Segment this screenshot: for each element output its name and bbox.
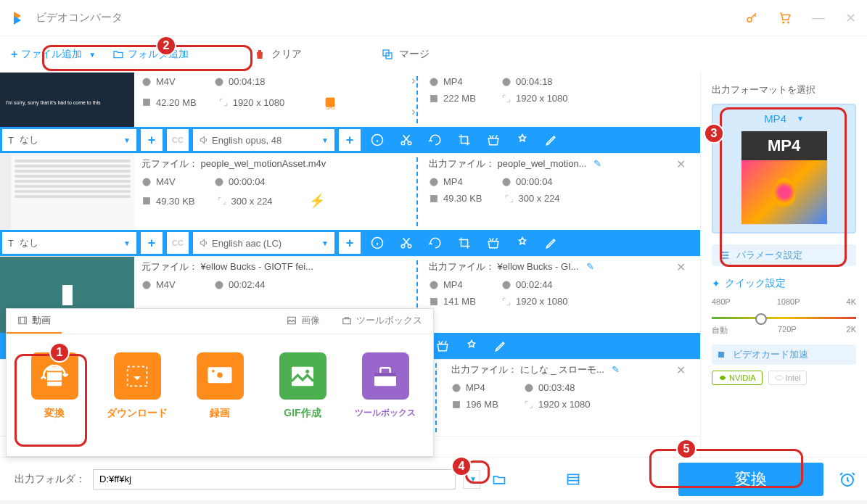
annotation-1: 1 xyxy=(49,342,70,363)
output-format-selector[interactable]: MP4▼ MP4 xyxy=(712,104,856,234)
quality-slider[interactable] xyxy=(712,317,856,319)
watermark-icon[interactable] xyxy=(457,339,486,352)
audio-select[interactable]: English aac (LC)▼ xyxy=(193,232,334,254)
output-folder-input[interactable] xyxy=(93,469,456,489)
tab-toolbox[interactable]: ツールボックス xyxy=(331,309,433,334)
svg-point-25 xyxy=(143,281,151,289)
minimize-icon[interactable]: — xyxy=(812,10,825,25)
quality-labels: 自動 720P 2K xyxy=(712,325,856,336)
remove-file-button[interactable]: ✕ xyxy=(676,260,686,274)
edit-name-button[interactable]: ✎ xyxy=(612,364,620,375)
svg-point-27 xyxy=(430,281,438,289)
resolution-icon xyxy=(218,97,229,107)
tool-download[interactable]: ダウンロード xyxy=(100,345,174,427)
tool-gif[interactable]: GIF作成 xyxy=(266,345,340,427)
list-view-button[interactable] xyxy=(562,468,585,491)
svg-point-0 xyxy=(747,17,752,22)
alarm-icon[interactable] xyxy=(839,471,856,488)
app-title: ビデオコンバータ xyxy=(36,11,123,25)
crop-icon[interactable] xyxy=(450,133,479,146)
effects-icon[interactable] xyxy=(479,133,508,146)
chevron-down-icon: ▼ xyxy=(797,115,804,123)
add-subtitle-button[interactable]: + xyxy=(141,232,163,254)
watermark-icon[interactable] xyxy=(508,236,537,249)
add-audio-button[interactable]: + xyxy=(339,129,361,151)
merge-button[interactable]: マージ xyxy=(399,48,430,61)
remove-file-button[interactable]: ✕ xyxy=(676,157,686,171)
cut-icon[interactable] xyxy=(392,133,421,146)
speaker-icon xyxy=(199,135,209,145)
annotation-4: 4 xyxy=(451,456,472,476)
format-icon xyxy=(141,77,152,87)
tab-video[interactable]: 動画 xyxy=(7,309,62,334)
tool-toolbox[interactable]: ツールボックス xyxy=(348,345,422,427)
add-folder-button[interactable]: フォルダ追加 xyxy=(112,48,189,61)
annotation-3: 3 xyxy=(704,123,724,144)
resolution-icon xyxy=(501,94,511,104)
svg-rect-7 xyxy=(143,99,149,105)
edit-icon[interactable] xyxy=(537,133,566,146)
size-icon xyxy=(429,94,439,104)
plus-icon: + xyxy=(11,48,17,61)
cart-icon[interactable] xyxy=(778,12,792,25)
output-folder-label: 出力フォルダ： xyxy=(15,473,86,486)
intel-badge: Intel xyxy=(768,371,808,385)
info-icon[interactable] xyxy=(363,236,392,249)
effects-icon[interactable] xyxy=(479,236,508,249)
annotation-2: 2 xyxy=(156,36,176,56)
rotate-icon[interactable] xyxy=(421,133,450,146)
chevron-down-icon[interactable]: ▼ xyxy=(89,51,96,59)
svg-text:GPU: GPU xyxy=(326,106,334,110)
file-row: ✕ 元ファイル： people_wel_motionAsset.m4v M4V … xyxy=(0,154,700,257)
key-icon[interactable] xyxy=(745,12,758,25)
gpu-accel-toggle[interactable]: ビデオカード加速 xyxy=(712,344,856,365)
svg-point-10 xyxy=(430,78,438,86)
svg-point-24 xyxy=(408,244,411,248)
format-icon xyxy=(429,77,439,87)
tab-image[interactable]: 画像 xyxy=(276,309,331,334)
add-audio-button[interactable]: + xyxy=(339,232,361,254)
cc-button[interactable]: CC xyxy=(167,129,189,151)
edit-name-button[interactable]: ✎ xyxy=(586,261,594,272)
add-file-button[interactable]: + ファイル追加 ▼ xyxy=(11,48,96,61)
cc-button[interactable]: CC xyxy=(167,232,189,254)
info-icon[interactable] xyxy=(363,133,392,146)
video-thumbnail[interactable]: I'm sorry, sorry that it's had to come t… xyxy=(0,73,134,127)
toolbar: + ファイル追加 ▼ フォルダ追加 クリア マージ xyxy=(0,36,867,73)
svg-rect-29 xyxy=(430,298,437,305)
svg-point-16 xyxy=(143,178,151,186)
action-bar: T なし▼ + CC English opus, 48▼ + xyxy=(0,127,700,153)
convert-button[interactable]: 変換 xyxy=(678,463,823,496)
audio-select[interactable]: English opus, 48▼ xyxy=(193,129,334,151)
video-thumbnail[interactable] xyxy=(0,154,134,230)
gpu-icon: GPU xyxy=(321,93,340,112)
clear-button[interactable]: クリア xyxy=(271,48,302,61)
add-subtitle-button[interactable]: + xyxy=(141,129,163,151)
svg-rect-18 xyxy=(143,197,149,204)
svg-rect-48 xyxy=(374,373,396,376)
rotate-icon[interactable] xyxy=(421,236,450,249)
remove-file-button[interactable]: ✕ xyxy=(676,363,686,377)
watermark-icon[interactable] xyxy=(508,133,537,146)
close-icon[interactable]: ✕ xyxy=(845,10,856,26)
parameter-settings-button[interactable]: パラメータ設定 xyxy=(712,244,856,266)
folder-icon xyxy=(112,49,124,60)
svg-point-14 xyxy=(401,141,405,145)
edit-icon[interactable] xyxy=(486,339,515,352)
open-folder-button[interactable] xyxy=(488,468,511,491)
subtitle-select[interactable]: T なし▼ xyxy=(2,232,136,254)
svg-point-30 xyxy=(453,384,461,392)
trash-icon xyxy=(254,49,266,60)
svg-point-44 xyxy=(212,369,215,372)
chip-icon xyxy=(715,349,727,360)
svg-rect-21 xyxy=(430,195,437,202)
subtitle-select[interactable]: T なし▼ xyxy=(2,129,136,151)
merge-icon xyxy=(382,49,393,60)
crop-icon[interactable] xyxy=(450,236,479,249)
svg-rect-39 xyxy=(343,319,351,324)
edit-icon[interactable] xyxy=(537,236,566,249)
svg-point-19 xyxy=(430,178,438,186)
edit-name-button[interactable]: ✎ xyxy=(593,158,601,169)
tool-record[interactable]: 録画 xyxy=(183,345,257,427)
cut-icon[interactable] xyxy=(392,236,421,249)
